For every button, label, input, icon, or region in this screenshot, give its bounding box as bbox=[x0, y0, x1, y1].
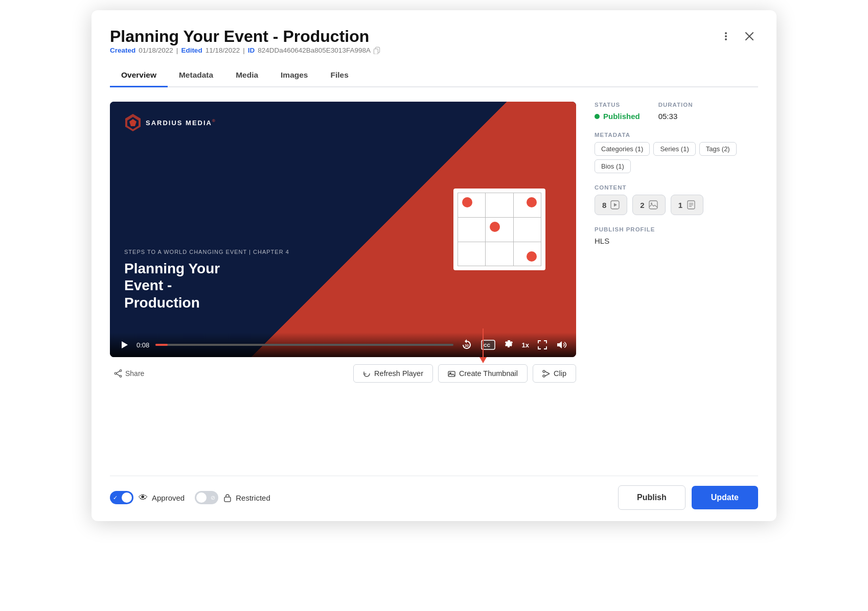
content-image-count[interactable]: 2 bbox=[632, 195, 665, 215]
svg-point-28 bbox=[651, 203, 652, 204]
video-background: SARDIUS MEDIA® STEPS TO A WORLD CHANGING… bbox=[110, 102, 576, 357]
created-label: Created bbox=[110, 46, 135, 54]
restricted-label: Restricted bbox=[223, 493, 270, 502]
bottom-bar: ✓ 👁 Approved ⊘ Restricted bbox=[110, 476, 758, 521]
image-icon bbox=[649, 200, 658, 209]
content-section: CONTENT 8 2 1 bbox=[595, 184, 758, 215]
video-title: Planning Your Event - Production bbox=[124, 260, 289, 312]
time-display: 0:08 bbox=[136, 341, 149, 349]
svg-marker-26 bbox=[614, 203, 617, 207]
bottom-right: Publish Update bbox=[618, 485, 758, 510]
video-player[interactable]: SARDIUS MEDIA® STEPS TO A WORLD CHANGING… bbox=[110, 102, 576, 357]
content-label: CONTENT bbox=[595, 184, 758, 191]
tag-series[interactable]: Series (1) bbox=[653, 142, 695, 156]
status-value: Published bbox=[595, 112, 640, 121]
status-label: STATUS bbox=[595, 102, 640, 108]
svg-point-14 bbox=[120, 370, 122, 372]
svg-point-4 bbox=[725, 38, 727, 40]
video-controls: 0:08 30 CC bbox=[110, 333, 576, 357]
tab-images[interactable]: Images bbox=[269, 65, 319, 87]
check-mark: ✓ bbox=[113, 495, 118, 501]
publish-profile-label: PUBLISH PROFILE bbox=[595, 226, 758, 232]
tab-metadata[interactable]: Metadata bbox=[168, 65, 224, 87]
modal-header: Planning Your Event - Production Created… bbox=[110, 27, 758, 63]
speed-button[interactable]: 1x bbox=[521, 340, 530, 350]
modal-title: Planning Your Event - Production bbox=[110, 27, 381, 46]
copy-icon[interactable] bbox=[373, 46, 381, 54]
duration-value: 05:33 bbox=[658, 112, 693, 121]
thumbnail-label: Create Thumbnail bbox=[459, 369, 518, 378]
tab-files[interactable]: Files bbox=[319, 65, 359, 87]
video-chapter: STEPS TO A WORLD CHANGING EVENT | CHAPTE… bbox=[124, 249, 289, 255]
svg-rect-33 bbox=[224, 497, 231, 502]
toggle-knob bbox=[122, 492, 132, 503]
svg-line-17 bbox=[117, 371, 120, 373]
svg-point-2 bbox=[725, 32, 727, 34]
red-arrow-indicator bbox=[479, 328, 487, 363]
replay-30-button[interactable]: 30 bbox=[460, 338, 474, 352]
sardius-logo-text: SARDIUS MEDIA® bbox=[146, 118, 215, 127]
image-count-num: 2 bbox=[640, 201, 644, 209]
progress-bar[interactable] bbox=[155, 344, 453, 346]
video-text-content: STEPS TO A WORLD CHANGING EVENT | CHAPTE… bbox=[124, 249, 289, 312]
restricted-toggle[interactable]: ⊘ bbox=[195, 491, 218, 504]
doc-count-num: 1 bbox=[678, 201, 682, 209]
publish-button[interactable]: Publish bbox=[618, 485, 686, 510]
svg-point-15 bbox=[120, 375, 122, 378]
edited-date: 11/18/2022 bbox=[205, 46, 240, 54]
video-section: SARDIUS MEDIA® STEPS TO A WORLD CHANGING… bbox=[110, 102, 576, 466]
more-options-button[interactable] bbox=[717, 30, 735, 46]
document-icon bbox=[687, 200, 696, 209]
clip-button[interactable]: Clip bbox=[533, 364, 576, 383]
edited-label: Edited bbox=[181, 46, 202, 54]
tag-categories[interactable]: Categories (1) bbox=[595, 142, 650, 156]
clip-label: Clip bbox=[554, 369, 566, 378]
status-section: STATUS Published DURATION 05:33 bbox=[595, 102, 758, 121]
share-label: Share bbox=[125, 369, 144, 378]
approved-toggle[interactable]: ✓ bbox=[110, 491, 133, 504]
id-label: ID bbox=[248, 46, 255, 54]
update-button[interactable]: Update bbox=[692, 486, 758, 509]
eye-icon: 👁 bbox=[139, 492, 148, 503]
svg-point-16 bbox=[115, 373, 117, 375]
content-counts: 8 2 1 bbox=[595, 195, 758, 215]
restricted-toggle-wrapper: ⊘ Restricted bbox=[195, 491, 270, 504]
lock-icon bbox=[223, 493, 232, 502]
tag-tags[interactable]: Tags (2) bbox=[699, 142, 737, 156]
header-actions bbox=[717, 30, 758, 46]
sardius-logo-icon bbox=[124, 113, 142, 132]
modal-container: Planning Your Event - Production Created… bbox=[92, 10, 776, 521]
approved-toggle-wrapper: ✓ 👁 Approved bbox=[110, 491, 185, 504]
fullscreen-button[interactable] bbox=[536, 339, 549, 351]
publish-profile-value: HLS bbox=[595, 237, 758, 245]
create-thumbnail-wrapper: Create Thumbnail bbox=[438, 364, 528, 383]
grid-overlay bbox=[453, 189, 545, 270]
status-text: Published bbox=[603, 112, 640, 121]
approved-label: 👁 Approved bbox=[139, 492, 185, 503]
refresh-label: Refresh Player bbox=[374, 369, 423, 378]
video-count-num: 8 bbox=[602, 201, 606, 209]
content-video-count[interactable]: 8 bbox=[595, 195, 627, 215]
settings-button[interactable] bbox=[502, 339, 515, 351]
duration-label: DURATION bbox=[658, 102, 693, 108]
content-area: SARDIUS MEDIA® STEPS TO A WORLD CHANGING… bbox=[110, 87, 758, 476]
sidebar: STATUS Published DURATION 05:33 METADATA bbox=[595, 102, 758, 466]
header-left: Planning Your Event - Production Created… bbox=[110, 27, 381, 63]
modal-meta: Created 01/18/2022 | Edited 11/18/2022 |… bbox=[110, 46, 381, 54]
refresh-player-button[interactable]: Refresh Player bbox=[353, 364, 433, 383]
svg-point-3 bbox=[725, 35, 727, 37]
close-button[interactable] bbox=[741, 30, 758, 46]
tab-media[interactable]: Media bbox=[224, 65, 269, 87]
video-bg-inner: SARDIUS MEDIA® STEPS TO A WORLD CHANGING… bbox=[110, 102, 576, 357]
tag-bios[interactable]: Bios (1) bbox=[595, 159, 631, 173]
content-doc-count[interactable]: 1 bbox=[671, 195, 703, 215]
create-thumbnail-button[interactable]: Create Thumbnail bbox=[438, 364, 528, 383]
svg-point-22 bbox=[543, 375, 545, 377]
tab-overview[interactable]: Overview bbox=[110, 65, 168, 87]
play-button[interactable] bbox=[118, 339, 130, 351]
svg-rect-1 bbox=[374, 49, 378, 54]
share-button[interactable]: Share bbox=[110, 367, 148, 380]
metadata-label: METADATA bbox=[595, 132, 758, 138]
volume-button[interactable] bbox=[555, 339, 568, 351]
metadata-section: METADATA Categories (1) Series (1) Tags … bbox=[595, 132, 758, 173]
